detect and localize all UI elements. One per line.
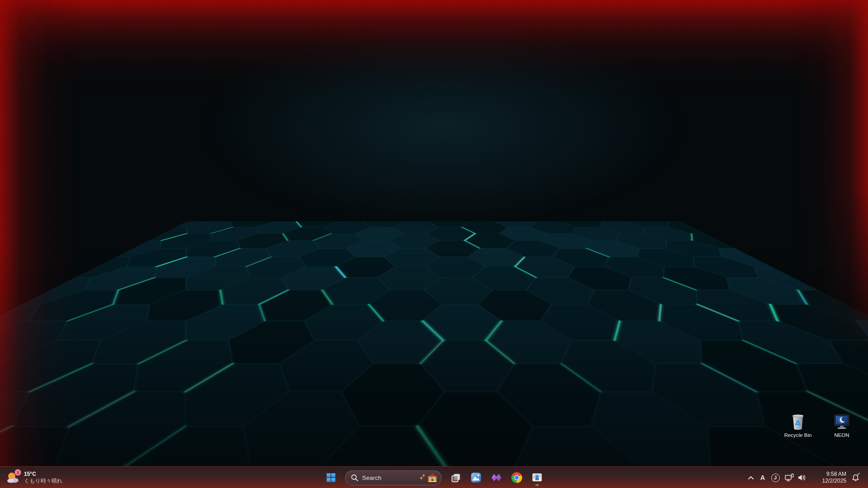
clock-date-button[interactable]: 9:58 AM 12/2/2025 [813,469,847,487]
hexagon-floor [0,221,868,488]
tray-date: 12/2/2025 [822,478,846,484]
svg-text:z: z [859,473,860,474]
network-volume-button[interactable] [782,469,808,487]
desktop-icon-label: NEON [834,432,849,438]
j-circle-icon: J [771,474,780,482]
recycle-bin-icon [789,413,807,431]
taskbar-icon-display-app[interactable] [528,469,546,487]
neon-app-icon [833,413,850,431]
network-ethernet-icon [784,473,794,482]
weather-icon: 3 [6,471,20,484]
widgets-weather-button[interactable]: 3 15°C くもり時々晴れ [0,467,69,488]
desktop-icon-neon[interactable]: NEON [823,413,861,438]
volume-icon [797,474,807,482]
tray-app-j-button[interactable]: J [769,469,782,487]
search-daily-image [419,472,439,483]
desktop-icon-label: Recycle Bin [784,432,812,438]
start-button[interactable] [322,469,340,487]
chevron-up-icon [748,475,754,480]
ime-mode-button[interactable]: A [757,469,769,487]
notification-count-badge: 3 [14,469,21,476]
search-box[interactable]: Search [345,470,442,485]
visual-studio-icon [491,472,502,483]
search-icon [351,474,359,482]
display-app-icon [531,472,543,483]
photos-icon [470,472,482,483]
running-app-indicator [535,484,539,486]
taskbar-icon-photos[interactable] [467,469,485,487]
taskbar: 3 15°C くもり時々晴れ Search [0,466,868,488]
taskbar-icon-chrome[interactable] [508,469,526,487]
hidden-icons-chevron[interactable] [745,469,757,487]
windows-logo-icon [326,472,336,483]
search-placeholder: Search [362,474,415,481]
bell-dnd-icon: z z [851,473,861,483]
tray-time: 9:58 AM [826,471,846,478]
ime-mode-label: A [760,474,765,481]
task-view-icon [450,472,462,483]
notification-dnd-button[interactable]: z z [848,469,863,487]
task-view-button[interactable] [447,469,465,487]
weather-temperature: 15°C [24,471,62,478]
weather-condition: くもり時々晴れ [24,478,62,484]
desktop-wallpaper [0,0,868,488]
desktop-icon-recycle-bin[interactable]: Recycle Bin [779,413,817,438]
chrome-icon [511,472,523,483]
taskbar-icon-visual-studio[interactable] [487,469,505,487]
